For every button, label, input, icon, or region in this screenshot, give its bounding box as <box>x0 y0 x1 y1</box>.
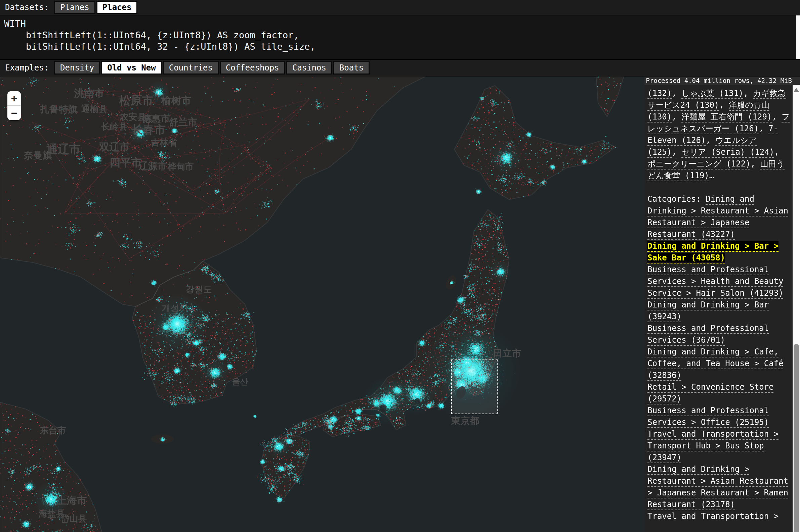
category-link[interactable]: Retail > Convenience Store (29572) <box>648 382 774 403</box>
category-link[interactable]: Dining and Drinking > Cafe, Coffee, and … <box>648 347 784 380</box>
categories-label: Categories: <box>648 194 706 204</box>
datasets-label: Datasets: <box>5 3 49 12</box>
brand-separator: , <box>772 112 782 121</box>
selection-region <box>451 360 497 414</box>
category-link[interactable]: Business and Professional Services (3670… <box>648 324 769 345</box>
category-link[interactable]: Business and Professional Services > Off… <box>648 406 769 427</box>
category-link[interactable]: Business and Professional Services > Hea… <box>648 265 784 298</box>
brand-separator: , <box>672 147 681 157</box>
dataset-button-places[interactable]: Places <box>96 1 138 15</box>
datasets-buttons: PlanesPlaces <box>54 1 139 15</box>
sql-editor-scrollbar[interactable] <box>796 16 800 59</box>
category-link[interactable]: Dining and Drinking > Bar (39243) <box>648 300 769 321</box>
scrollbar-thumb[interactable] <box>794 344 799 532</box>
map: 洮南市松原市榆树市扎鲁特旗通榆县农安县德惠市舒兰市长岭县长春市吉林省通辽市双辽市… <box>0 77 800 532</box>
brand-separator: , <box>751 159 760 169</box>
app-window: Datasets: PlanesPlaces WITH bitShiftLeft… <box>0 0 800 532</box>
brand-link[interactable]: (132) <box>648 89 672 98</box>
brand-link[interactable]: しゃぶ葉 (131) <box>681 89 743 98</box>
example-button-density[interactable]: Density <box>54 61 100 75</box>
sidebar: Processed 4.04 million rows, 42.32 MiB (… <box>644 77 800 532</box>
scroll-up-arrow-icon[interactable] <box>793 88 799 92</box>
category-link[interactable]: Travel and Transportation > Road > Inter… <box>648 512 779 521</box>
brand-link[interactable]: 洋麺屋 五右衛門 (129) <box>681 112 772 121</box>
sql-code[interactable]: WITH bitShiftLeft(1::UInt64, {z:UInt8}) … <box>0 16 800 52</box>
sql-editor[interactable]: WITH bitShiftLeft(1::UInt64, {z:UInt8}) … <box>0 16 800 60</box>
brand-separator: , <box>719 100 729 110</box>
brand-link[interactable]: ポニークリーニング (122) <box>648 159 751 169</box>
sidebar-content: (132), しゃぶ葉 (131), カギ救急サービス24 (130), 洋服の… <box>644 85 793 521</box>
zoom-out-button[interactable]: − <box>7 106 21 120</box>
dataset-button-planes[interactable]: Planes <box>54 1 95 15</box>
brand-separator: , <box>672 112 681 121</box>
category-link[interactable]: Dining and Drinking > Restaurant > Asian… <box>648 464 788 509</box>
category-list: Categories: Dining and Drinking > Restau… <box>648 193 790 521</box>
brand-separator: , <box>706 136 715 145</box>
map-canvas[interactable] <box>0 77 644 532</box>
datasets-bar: Datasets: PlanesPlaces <box>0 0 800 16</box>
examples-label: Examples: <box>5 63 49 73</box>
category-link[interactable]: Travel and Transportation > Transport Hu… <box>648 429 779 462</box>
brand-separator: , <box>672 89 681 98</box>
brand-list: (132), しゃぶ葉 (131), カギ救急サービス24 (130), 洋服の… <box>648 88 790 182</box>
brand-separator: , <box>759 124 768 133</box>
zoom-in-button[interactable]: + <box>7 91 21 106</box>
brand-link[interactable]: セリア (Seria) (124) <box>681 147 774 157</box>
map-zoom-control: + − <box>7 91 21 120</box>
example-button-old-vs-new[interactable]: Old vs New <box>101 61 162 75</box>
example-button-coffeeshops[interactable]: Coffeeshops <box>220 61 285 75</box>
category-link-highlighted[interactable]: Dining and Drinking > Bar > Sake Bar (43… <box>648 241 779 263</box>
brand-separator: … <box>709 171 714 180</box>
examples-bar: Examples: DensityOld vs NewCountriesCoff… <box>0 60 800 77</box>
page-scrollbar[interactable] <box>793 85 800 532</box>
example-button-boats[interactable]: Boats <box>333 61 369 75</box>
status-bar: Processed 4.04 million rows, 42.32 MiB <box>644 77 800 85</box>
example-button-casinos[interactable]: Casinos <box>286 61 332 75</box>
examples-buttons: DensityOld vs NewCountriesCoffeeshopsCas… <box>54 61 370 75</box>
brand-separator: , <box>774 147 779 157</box>
example-button-countries[interactable]: Countries <box>163 61 219 75</box>
brand-separator: , <box>744 89 753 98</box>
